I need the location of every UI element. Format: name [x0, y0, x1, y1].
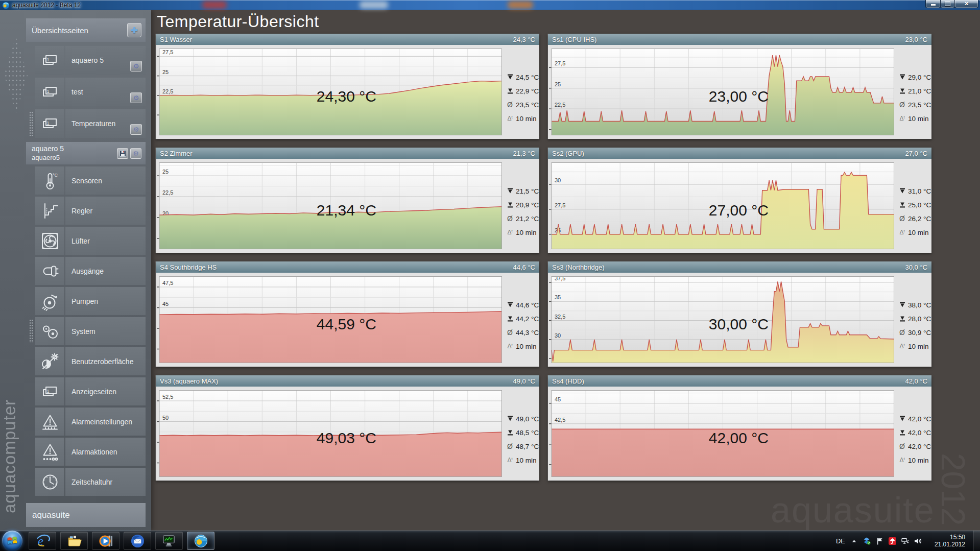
desktop-glare	[360, 1, 388, 9]
max-icon	[507, 302, 513, 308]
action-center-flag-icon[interactable]	[875, 537, 883, 545]
alarm-settings-icon	[35, 408, 64, 436]
sidebar-item-label: Anzeigeseiten	[71, 388, 116, 396]
sidebar-item-ausg-nge[interactable]: Ausgänge	[35, 257, 146, 285]
sidebar-item-benutzeroberfl-che[interactable]: Benutzeroberfläche	[35, 347, 146, 375]
tray-date: 21.01.2012	[928, 541, 965, 548]
dropbox-icon[interactable]	[863, 537, 871, 545]
panel-header[interactable]: Ss4 (HDD) 42,0 °C	[548, 375, 931, 387]
clock[interactable]: 15:50 21.01.2012	[928, 534, 965, 548]
avira-icon[interactable]	[888, 537, 896, 545]
sidebar-item-label: Pumpen	[71, 297, 98, 305]
panel-header[interactable]: S4 Southbridge HS 44,6 °C	[156, 261, 539, 273]
taskbar-app-hw-monitor[interactable]	[155, 532, 183, 550]
temperature-chart[interactable]: 3027,525 27,00 °C	[548, 162, 894, 249]
device-settings-gear-button[interactable]: ⚙	[130, 148, 141, 159]
sidebar-item-zeitschaltuhr[interactable]: Zeitschaltuhr	[35, 468, 146, 496]
taskbar-app-windows-explorer[interactable]	[60, 532, 88, 550]
sidebar-footer-aquasuite[interactable]: aquasuite	[26, 503, 146, 527]
sidebar-overview-page-item[interactable]: 1Temperaturen⚙	[35, 109, 146, 138]
panel-header[interactable]: Ss2 (GPU) 27,0 °C	[548, 148, 931, 159]
decorative-dots	[4, 37, 28, 113]
taskbar-app-thunderbird[interactable]	[124, 532, 151, 550]
temperature-chart[interactable]: 27,52522,520 23,00 °C	[548, 49, 894, 135]
stat-max: 24,5 °C	[516, 74, 539, 81]
taskbar: e DE 15:50 21.01.2012	[0, 531, 980, 551]
sidebar-item-label: Benutzeroberfläche	[71, 357, 133, 366]
min-icon	[899, 429, 905, 436]
svg-text:1: 1	[46, 89, 49, 94]
stat-min: 22,9 °C	[516, 87, 539, 95]
taskbar-app-media-player[interactable]	[92, 532, 119, 550]
drag-handle[interactable]	[29, 319, 33, 343]
svg-text:50: 50	[162, 415, 169, 421]
save-button[interactable]	[117, 148, 128, 159]
controller-curve-icon	[35, 197, 64, 225]
sensor-panel-ss2-gpu-: Ss2 (GPU) 27,0 °C 3027,525 27,00 °C 31,0…	[548, 148, 931, 253]
sidebar-overview-page-item[interactable]: 1test⚙	[35, 78, 146, 106]
sidebar-item-alarmaktionen[interactable]: Alarmaktionen	[35, 438, 146, 466]
alarm-actions-icon	[35, 438, 64, 466]
temperature-chart[interactable]: 4542,54037,5 42,00 °C	[548, 390, 894, 477]
temperature-chart[interactable]: 27,52522,520 24,30 °C	[156, 49, 502, 135]
watermark-year: 2012	[939, 453, 967, 525]
sidebar-item-pumpen[interactable]: Pumpen	[35, 287, 146, 315]
page-settings-gear-button[interactable]: ⚙	[130, 124, 142, 135]
panel-header[interactable]: Vs3 (aquaero MAX) 49,0 °C	[156, 375, 539, 387]
minimize-button[interactable]	[925, 0, 941, 8]
sidebar-device-header[interactable]: aquaero 5 aquaero5 ⚙	[26, 142, 146, 164]
main-content: Temperatur-Übersicht S1 Wasser 24,3 °C 2…	[151, 10, 980, 531]
svg-text:1: 1	[46, 57, 49, 62]
sidebar-item-label: System	[71, 327, 95, 336]
sidebar-item-l-fter[interactable]: Lüfter	[35, 227, 146, 255]
sidebar-item-system[interactable]: System	[35, 317, 146, 345]
windows-flag-icon	[6, 535, 18, 547]
sidebar-item-regler[interactable]: Regler	[35, 197, 146, 225]
svg-text:1: 1	[46, 388, 49, 393]
stat-min: 48,5 °C	[516, 429, 539, 437]
temperature-chart[interactable]: 37,53532,53027,5 30,00 °C	[548, 276, 894, 363]
taskbar-app-aquasuite[interactable]	[187, 532, 214, 550]
sidebar-item-label: Lüfter	[71, 237, 90, 245]
window-titlebar[interactable]: aquasuite 2012 - Beta 12 ✕	[0, 0, 980, 10]
temperature-chart[interactable]: 47,54542,540 44,59 °C	[156, 276, 502, 363]
panel-stats: 42,0 °C 42,0 °C Ø42,0 °C Δt10 min	[894, 387, 931, 481]
sidebar-item-label: Temperaturen	[71, 119, 115, 128]
show-desktop-button[interactable]	[973, 531, 980, 551]
sidebar-item-anzeigeseiten[interactable]: 1Anzeigeseiten	[35, 377, 146, 405]
panel-body: 52,55047,545 49,03 °C 49,0 °C 48,5 °C Ø4…	[156, 387, 539, 481]
max-icon	[507, 188, 513, 194]
pages-icon: 1	[35, 109, 64, 138]
drag-handle[interactable]	[29, 111, 33, 136]
aquacomputer-watermark: aquacomputer	[0, 399, 19, 513]
temperature-chart[interactable]: 52,55047,545 49,03 °C	[156, 390, 502, 477]
page-settings-gear-button[interactable]: ⚙	[130, 92, 142, 103]
svg-text:22,5: 22,5	[162, 189, 173, 196]
temperature-chart[interactable]: 2522,52017,5 21,34 °C	[156, 162, 502, 249]
panel-header[interactable]: Ss3 (Northbridge) 30,0 °C	[548, 261, 931, 273]
sidebar-item-label: Sensoren	[71, 177, 102, 185]
taskbar-app-internet-explorer[interactable]: e	[29, 532, 56, 550]
desktop-screen: aquasuite 2012 - Beta 12 ✕ aquacomputer …	[0, 0, 980, 551]
panel-header[interactable]: Ss1 (CPU IHS) 23,0 °C	[548, 34, 931, 45]
expand-tray-icon[interactable]	[850, 537, 858, 545]
language-indicator[interactable]: DE	[836, 537, 845, 545]
thermometer-icon: °C	[35, 166, 64, 195]
panel-header[interactable]: S2 Zimmer 21,3 °C	[156, 148, 539, 159]
network-icon[interactable]	[901, 537, 909, 545]
add-page-button[interactable]: ✚	[127, 23, 141, 37]
panel-header-value: 30,0 °C	[905, 263, 927, 271]
maximize-button[interactable]	[940, 0, 955, 8]
sidebar: aquacomputer Übersichtsseiten ✚ 1aquaero…	[0, 10, 151, 531]
sidebar-item-alarmeinstellungen[interactable]: Alarmeinstellungen	[35, 408, 146, 436]
sidebar-overview-page-item[interactable]: 1aquaero 5⚙	[35, 46, 146, 75]
stat-max: 42,0 °C	[908, 415, 931, 423]
sidebar-overview-header[interactable]: Übersichtsseiten ✚	[26, 18, 146, 42]
sensor-panel-ss3-northbridge-: Ss3 (Northbridge) 30,0 °C 37,53532,53027…	[548, 261, 931, 367]
sidebar-item-sensoren[interactable]: °CSensoren	[35, 166, 146, 195]
start-button[interactable]	[2, 531, 22, 551]
volume-icon[interactable]	[914, 537, 922, 545]
panel-header[interactable]: S1 Wasser 24,3 °C	[156, 34, 539, 45]
close-button[interactable]: ✕	[954, 0, 978, 8]
page-settings-gear-button[interactable]: ⚙	[130, 61, 142, 71]
